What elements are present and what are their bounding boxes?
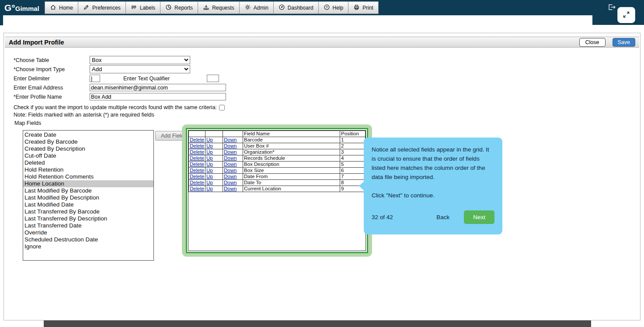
nav-item-label: Admin bbox=[254, 5, 268, 11]
delete-link[interactable]: Delete bbox=[190, 143, 204, 148]
nav-item-preferences[interactable]: Preferences bbox=[78, 1, 126, 14]
up-link[interactable]: Up bbox=[206, 168, 213, 173]
down-link[interactable]: Down bbox=[224, 162, 237, 167]
up-link[interactable]: Up bbox=[206, 162, 213, 167]
logout-button[interactable] bbox=[607, 3, 616, 12]
nav-item-dashboard[interactable]: Dashboard bbox=[273, 1, 319, 14]
field-list-item[interactable]: Hold Retention Comments bbox=[23, 173, 153, 180]
profile-name-input[interactable] bbox=[90, 93, 226, 100]
down-link[interactable]: Down bbox=[224, 143, 237, 148]
field-list-item[interactable]: Hold Retention bbox=[23, 166, 153, 173]
up-link[interactable]: Up bbox=[206, 137, 213, 142]
down-link[interactable]: Down bbox=[224, 149, 237, 155]
field-name-cell: Date To bbox=[243, 180, 340, 186]
grid-header-row: Field Name Position bbox=[189, 131, 366, 137]
tutorial-progress: 32 of 42 bbox=[372, 213, 393, 222]
expand-button[interactable] bbox=[617, 7, 635, 23]
up-link[interactable]: Up bbox=[206, 149, 213, 155]
delete-link[interactable]: Delete bbox=[190, 168, 204, 173]
up-link[interactable]: Up bbox=[206, 143, 213, 148]
down-link[interactable]: Down bbox=[224, 168, 237, 173]
import-profile-form: *Choose Table Box *Choose Import Type Ad… bbox=[4, 48, 640, 271]
nav-item-print[interactable]: Print bbox=[348, 1, 379, 14]
field-name-cell: Records Schedule bbox=[243, 155, 340, 162]
position-cell: 2 bbox=[340, 143, 366, 149]
delete-link[interactable]: Delete bbox=[190, 162, 204, 167]
tutorial-highlight-border: Field Name Position Delete Up Down bbox=[186, 128, 368, 253]
field-list-item[interactable]: Home Location bbox=[23, 180, 153, 187]
field-list-item[interactable]: Last Modified Date bbox=[23, 201, 153, 208]
update-multiple-checkbox[interactable] bbox=[219, 105, 225, 110]
choose-table-select[interactable]: Box bbox=[90, 56, 190, 64]
grid-row: Delete Up Down Organization* 3 bbox=[189, 149, 366, 155]
field-list[interactable]: Create DateCreated By BarcodeCreated By … bbox=[23, 130, 154, 261]
save-button[interactable]: Save bbox=[613, 38, 636, 47]
tutorial-highlight-glow: Field Name Position Delete Up Down bbox=[182, 124, 372, 257]
up-link[interactable]: Up bbox=[206, 180, 213, 185]
field-list-item[interactable]: Created By Description bbox=[23, 145, 153, 152]
required-fields-note: Note: Fields marked with an asterisk (*)… bbox=[14, 111, 640, 118]
field-list-item[interactable]: Last Modified By Description bbox=[23, 194, 153, 201]
delete-link[interactable]: Delete bbox=[190, 186, 204, 191]
delimiter-input[interactable] bbox=[90, 75, 100, 82]
up-link[interactable]: Up bbox=[206, 155, 213, 161]
email-label: Enter Email Address bbox=[14, 85, 90, 91]
nav-item-home[interactable]: Home bbox=[45, 1, 78, 14]
field-list-item[interactable]: Deleted bbox=[23, 159, 153, 166]
field-list-item[interactable]: Cut-off Date bbox=[23, 152, 153, 159]
field-list-item[interactable]: Last Transferred By Barcode bbox=[23, 208, 153, 215]
delete-link[interactable]: Delete bbox=[190, 155, 204, 161]
nav-item-reports[interactable]: Reports bbox=[160, 1, 198, 14]
tutorial-tooltip: Notice all selected fields appear in the… bbox=[364, 138, 502, 234]
next-button[interactable]: Next bbox=[464, 210, 494, 224]
delete-link[interactable]: Delete bbox=[190, 174, 204, 179]
choose-table-row: *Choose Table Box bbox=[14, 55, 640, 65]
profile-name-row: *Enter Profile Name bbox=[14, 92, 640, 101]
position-cell: 3 bbox=[340, 149, 366, 155]
choose-import-type-label: *Choose Import Type bbox=[14, 66, 90, 72]
page-header: Add Import Profile Close Save bbox=[5, 37, 639, 48]
field-list-item[interactable]: Last Modified By Barcode bbox=[23, 187, 153, 194]
nav-item-label: Labels bbox=[140, 5, 155, 11]
down-link[interactable]: Down bbox=[224, 180, 237, 185]
grid-row: Delete Up Down Box Description 5 bbox=[189, 162, 366, 168]
nav-item-help[interactable]: ? Help bbox=[318, 1, 349, 14]
field-name-cell: Date From bbox=[243, 174, 340, 180]
field-list-item[interactable]: Created By Barcode bbox=[23, 138, 153, 145]
position-cell: 5 bbox=[340, 162, 366, 168]
text-qualifier-input[interactable] bbox=[207, 75, 219, 82]
up-column-header bbox=[205, 131, 223, 137]
nav-item-labels[interactable]: Labels bbox=[125, 1, 160, 14]
delete-link[interactable]: Delete bbox=[190, 137, 204, 142]
back-button[interactable]: Back bbox=[436, 213, 449, 222]
field-list-item[interactable]: Scheduled Destruction Date bbox=[23, 236, 153, 243]
email-row: Enter Email Address bbox=[14, 83, 640, 92]
field-list-item[interactable]: Override bbox=[23, 229, 153, 236]
nav-item-label: Home bbox=[59, 5, 73, 11]
field-name-cell: Organization* bbox=[243, 149, 340, 155]
field-list-item[interactable]: Last Transferred By Description bbox=[23, 215, 153, 222]
down-link[interactable]: Down bbox=[224, 174, 237, 179]
home-icon bbox=[50, 4, 56, 12]
nav-item-requests[interactable]: Requests bbox=[198, 1, 240, 14]
main-panel: Add Import Profile Close Save *Choose Ta… bbox=[3, 33, 641, 320]
field-list-item[interactable]: Ignore bbox=[23, 243, 153, 250]
down-link[interactable]: Down bbox=[224, 155, 237, 161]
down-column-header bbox=[223, 131, 243, 137]
field-list-item[interactable]: Last Transferred Date bbox=[23, 222, 153, 229]
down-link[interactable]: Down bbox=[224, 186, 237, 191]
pie-chart-icon bbox=[165, 4, 172, 12]
nav-item-admin[interactable]: Admin bbox=[239, 1, 274, 14]
choose-import-type-select[interactable]: Add bbox=[90, 65, 190, 73]
delete-link[interactable]: Delete bbox=[190, 180, 204, 185]
close-button[interactable]: Close bbox=[579, 38, 606, 47]
update-multiple-label: Check if you want the import to update m… bbox=[14, 104, 217, 110]
down-link[interactable]: Down bbox=[224, 137, 237, 142]
up-link[interactable]: Up bbox=[206, 186, 213, 191]
delete-link[interactable]: Delete bbox=[190, 149, 204, 155]
map-fields-area: Create DateCreated By BarcodeCreated By … bbox=[14, 127, 640, 271]
grid-row: Delete Up Down Date From 7 bbox=[189, 174, 366, 180]
up-link[interactable]: Up bbox=[206, 174, 213, 179]
field-list-item[interactable]: Create Date bbox=[23, 131, 153, 138]
email-input[interactable] bbox=[90, 84, 226, 91]
